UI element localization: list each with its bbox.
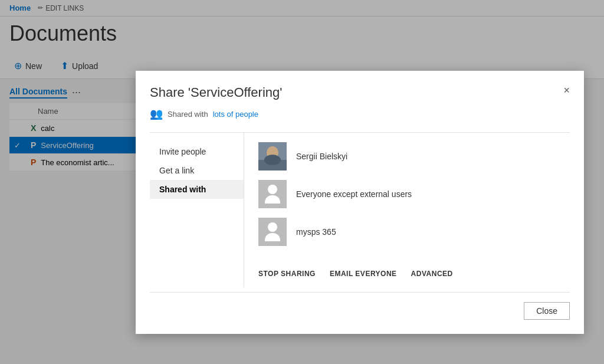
share-dialog: Share 'ServiceOffering' × 👥 Shared with …: [136, 71, 584, 334]
get-link-nav[interactable]: Get a link: [150, 161, 244, 180]
modal-title: Share 'ServiceOffering': [150, 85, 282, 100]
photo-placeholder: [258, 142, 287, 170]
modal-content-area: Sergii Bielskyi Everyone except external…: [244, 133, 570, 287]
action-row: STOP SHARING EMAIL EVERYONE ADVANCED: [258, 260, 556, 278]
avatar: [258, 180, 287, 208]
person-name: Sergii Bielskyi: [296, 152, 347, 161]
shared-with-icon: 👥: [150, 107, 163, 120]
invite-people-nav[interactable]: Invite people: [150, 142, 244, 161]
svg-point-4: [264, 155, 281, 165]
shared-with-nav[interactable]: Shared with: [150, 180, 244, 199]
person-name: mysps 365: [296, 227, 336, 237]
stop-sharing-link[interactable]: STOP SHARING: [258, 270, 316, 278]
person-name: Everyone except external users: [296, 189, 412, 199]
email-everyone-link[interactable]: EMAIL EVERYONE: [330, 270, 397, 278]
person-row: Everyone except external users: [258, 180, 556, 208]
avatar-body: [265, 233, 280, 241]
modal-close-button[interactable]: ×: [563, 85, 570, 96]
person-row: mysps 365: [258, 218, 556, 246]
avatar-placeholder: [265, 222, 280, 241]
subtitle-text: Shared with: [168, 110, 208, 119]
avatar-head: [268, 222, 277, 232]
advanced-link[interactable]: ADVANCED: [411, 270, 453, 278]
lots-of-people-link[interactable]: lots of people: [213, 110, 258, 119]
modal-footer: Close: [150, 292, 570, 320]
avatar-head: [268, 185, 277, 194]
modal-navigation: Invite people Get a link Shared with: [150, 133, 244, 287]
avatar-placeholder: [265, 185, 280, 204]
avatar: [258, 218, 287, 246]
avatar-body: [265, 195, 280, 204]
avatar: [258, 142, 287, 170]
close-dialog-button[interactable]: Close: [524, 302, 570, 320]
person-row: Sergii Bielskyi: [258, 142, 556, 170]
